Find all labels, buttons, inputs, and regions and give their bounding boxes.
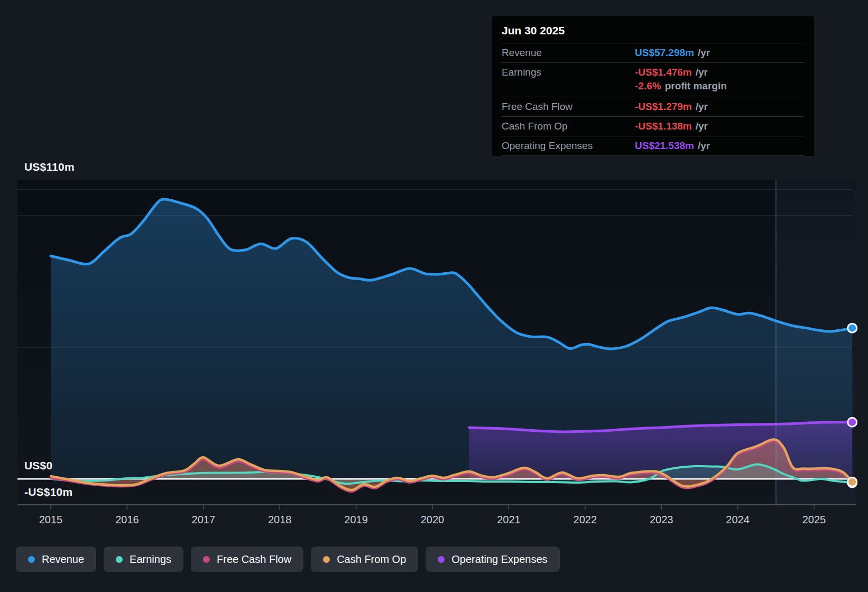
tooltip-rows: RevenueUS$57.298m/yrEarnings-US$1.476m/y… — [502, 43, 805, 156]
x-axis-label-2017: 2017 — [172, 514, 235, 526]
profit-margin-text: profit margin — [665, 80, 727, 92]
y-axis-label-0: US$0 — [24, 459, 52, 472]
x-axis-label-2016: 2016 — [95, 514, 159, 526]
tooltip-row-label: Revenue — [502, 47, 635, 59]
x-axis-label-2015: 2015 — [19, 514, 82, 526]
x-axis-label-2025: 2025 — [782, 514, 846, 526]
legend-item-label: Cash From Op — [337, 553, 406, 566]
legend: RevenueEarningsFree Cash FlowCash From O… — [16, 547, 560, 572]
tooltip-row-operating-expenses: Operating ExpensesUS$21.538m/yr — [502, 136, 805, 156]
legend-item-cash-from-op[interactable]: Cash From Op — [311, 547, 418, 572]
x-axis-label-2019: 2019 — [325, 514, 388, 526]
tooltip-row-cash-from-op: Cash From Op-US$1.138m/yr — [502, 117, 805, 136]
tooltip-row-unit: /yr — [696, 67, 708, 78]
earnings-legend-dot-icon — [116, 556, 123, 563]
legend-item-label: Earnings — [130, 553, 171, 566]
tooltip-row-value: -US$1.476m — [635, 67, 692, 78]
tooltip-row-value: US$21.538m — [635, 140, 694, 152]
tooltip-row-earnings: Earnings-US$1.476m/yr — [502, 63, 805, 79]
financial-history-chart-page: US$110m US$0 -US$10m 2015201620172018201… — [0, 0, 868, 592]
tooltip-row-label: Operating Expenses — [502, 140, 635, 152]
legend-item-free-cash-flow[interactable]: Free Cash Flow — [191, 547, 303, 572]
x-axis-label-2020: 2020 — [401, 514, 464, 526]
tooltip-profit-margin-row: -2.6%profit margin — [502, 79, 805, 97]
tooltip-row-unit: /yr — [696, 121, 708, 132]
y-axis-label-110m: US$110m — [24, 161, 75, 173]
tooltip-row-unit: /yr — [698, 47, 710, 59]
x-axis-label-2022: 2022 — [553, 514, 617, 526]
legend-item-revenue[interactable]: Revenue — [16, 547, 96, 572]
tooltip-row-value: -US$1.138m — [635, 121, 692, 132]
tooltip-row-free-cash-flow: Free Cash Flow-US$1.279m/yr — [502, 97, 805, 117]
tooltip-date: Jun 30 2025 — [502, 16, 805, 43]
opex-legend-dot-icon — [438, 556, 445, 563]
profit-margin-value: -2.6% — [635, 80, 661, 92]
legend-item-earnings[interactable]: Earnings — [104, 547, 183, 572]
chart-hover-area[interactable] — [17, 180, 855, 505]
legend-item-label: Free Cash Flow — [217, 553, 291, 566]
fcf-legend-dot-icon — [203, 556, 210, 563]
x-axis-label-2018: 2018 — [248, 514, 311, 526]
legend-item-operating-expenses[interactable]: Operating Expenses — [426, 547, 559, 572]
cashop-legend-dot-icon — [323, 556, 330, 563]
legend-item-label: Operating Expenses — [451, 553, 547, 566]
tooltip-row-revenue: RevenueUS$57.298m/yr — [502, 43, 805, 63]
tooltip-row-label: Cash From Op — [502, 121, 635, 132]
x-axis-label-2021: 2021 — [477, 514, 540, 526]
tooltip-row-value: US$57.298m — [635, 47, 694, 59]
tooltip: Jun 30 2025 RevenueUS$57.298m/yrEarnings… — [492, 16, 814, 156]
x-axis-label-2023: 2023 — [630, 514, 693, 526]
x-axis-label-2024: 2024 — [706, 514, 770, 526]
tooltip-row-label: Free Cash Flow — [502, 101, 635, 113]
tooltip-row-value: -US$1.279m — [635, 101, 692, 113]
revenue-legend-dot-icon — [28, 556, 35, 563]
tooltip-row-label: Earnings — [502, 67, 635, 78]
y-axis-label-neg10m: -US$10m — [24, 486, 72, 498]
legend-item-label: Revenue — [42, 553, 84, 566]
tooltip-row-unit: /yr — [696, 101, 708, 113]
tooltip-row-unit: /yr — [698, 140, 710, 152]
